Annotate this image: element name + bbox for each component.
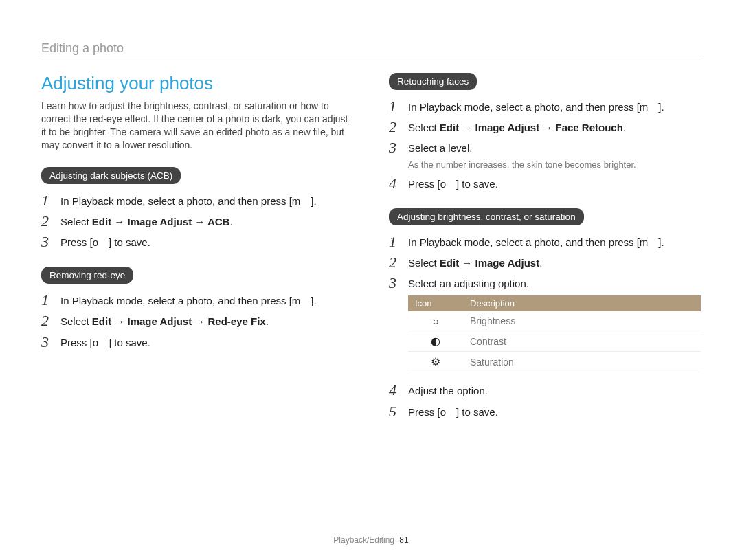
redeye-steps: 1 In Playback mode, select a photo, and … xyxy=(41,292,353,350)
page-number: 81 xyxy=(399,535,408,545)
section-header: Editing a photo xyxy=(41,41,701,60)
step: 5 Press [o ] to save. xyxy=(389,403,701,420)
step-text-part: Select xyxy=(408,122,440,133)
table-row: ☼ Brightness xyxy=(408,311,701,331)
step-text-bold: Edit → Image Adjust → Red-eye Fix xyxy=(92,315,266,327)
step-text: In Playback mode, select a photo, and th… xyxy=(408,98,664,115)
step-number: 4 xyxy=(389,175,401,192)
step: 2 Select Edit → Image Adjust. xyxy=(389,254,701,271)
step-text: Press [o ] to save. xyxy=(60,334,150,350)
content-columns: Adjusting your photos Learn how to adjus… xyxy=(41,73,701,436)
step-number: 2 xyxy=(41,313,54,329)
table-header-row: Icon Description xyxy=(408,295,701,311)
icon-description: Brightness xyxy=(463,311,701,331)
step-text: Select a level. xyxy=(408,139,472,156)
redeye-heading: Removing red-eye xyxy=(41,267,133,284)
table-header: Description xyxy=(463,295,701,311)
saturation-icon: ⚙ xyxy=(408,352,463,372)
step: 3 Select an adjusting option. xyxy=(389,275,701,291)
step-number: 3 xyxy=(41,234,54,250)
step-number: 4 xyxy=(389,382,401,399)
step-text-part: . xyxy=(623,122,626,133)
acb-heading: Adjusting dark subjects (ACB) xyxy=(41,167,181,184)
step-text: Select Edit → Image Adjust. xyxy=(408,254,542,271)
footer-label: Playback/Editing xyxy=(333,535,394,545)
icon-table: Icon Description ☼ Brightness ◐ Contrast… xyxy=(408,295,701,372)
step-number: 3 xyxy=(389,275,401,291)
step-text: In Playback mode, select a photo, and th… xyxy=(60,192,317,209)
step: 2 Select Edit → Image Adjust → Red-eye F… xyxy=(41,313,353,329)
step-number: 1 xyxy=(41,292,54,309)
step-text: Select Edit → Image Adjust → Red-eye Fix… xyxy=(60,313,269,329)
step-number: 2 xyxy=(389,119,401,135)
page-footer: Playback/Editing 81 xyxy=(0,535,742,545)
step: 3 Press [o ] to save. xyxy=(41,334,353,350)
step-text: In Playback mode, select a photo, and th… xyxy=(408,234,664,250)
icon-description: Contrast xyxy=(463,331,701,352)
step-text-bold: Edit → Image Adjust xyxy=(440,257,539,269)
retouch-note: As the number increases, the skin tone b… xyxy=(408,159,701,170)
step-number: 1 xyxy=(389,234,401,250)
step-number: 3 xyxy=(389,139,401,156)
icon-description: Saturation xyxy=(463,352,701,372)
step-number: 3 xyxy=(41,334,54,350)
step-number: 2 xyxy=(41,213,54,229)
step-text-part: Select xyxy=(60,216,92,227)
acb-steps: 1 In Playback mode, select a photo, and … xyxy=(41,192,353,251)
step-text: Press [o ] to save. xyxy=(60,234,150,250)
step: 4 Press [o ] to save. xyxy=(389,175,701,192)
step-text-part: Select xyxy=(408,257,440,269)
retouch-heading: Retouching faces xyxy=(389,73,477,90)
step: 2 Select Edit → Image Adjust → Face Reto… xyxy=(389,119,701,135)
step-text-part: . xyxy=(539,257,542,269)
step: 1 In Playback mode, select a photo, and … xyxy=(389,234,701,250)
step: 3 Select a level. xyxy=(389,139,701,156)
step-text: Select Edit → Image Adjust → Face Retouc… xyxy=(408,119,626,135)
right-column: Retouching faces 1 In Playback mode, sel… xyxy=(389,73,701,436)
step-text: Press [o ] to save. xyxy=(408,175,498,192)
step: 2 Select Edit → Image Adjust → ACB. xyxy=(41,213,353,229)
step-text-bold: Edit → Image Adjust → ACB xyxy=(92,216,230,227)
page-title: Adjusting your photos xyxy=(41,73,353,94)
step-text-part: . xyxy=(266,315,269,327)
step: 3 Press [o ] to save. xyxy=(41,234,353,250)
step-text: Adjust the option. xyxy=(408,382,488,399)
step-text-bold: Edit → Image Adjust → Face Retouch xyxy=(440,122,623,133)
step-number: 1 xyxy=(41,192,54,209)
step-number: 2 xyxy=(389,254,401,271)
step: 1 In Playback mode, select a photo, and … xyxy=(389,98,701,115)
step-text: Press [o ] to save. xyxy=(408,403,498,420)
retouch-steps: 1 In Playback mode, select a photo, and … xyxy=(389,98,701,192)
brightness-icon: ☼ xyxy=(408,311,463,331)
step-text: Select Edit → Image Adjust → ACB. xyxy=(60,213,233,229)
contrast-icon: ◐ xyxy=(408,331,463,352)
step-text: In Playback mode, select a photo, and th… xyxy=(60,292,317,309)
bcs-heading: Adjusting brightness, contrast, or satur… xyxy=(389,208,584,225)
step: 1 In Playback mode, select a photo, and … xyxy=(41,192,353,209)
table-header: Icon xyxy=(408,295,463,311)
step-number: 1 xyxy=(389,98,401,115)
step-number: 5 xyxy=(389,403,401,420)
step-text-part: Select xyxy=(60,315,92,327)
step: 1 In Playback mode, select a photo, and … xyxy=(41,292,353,309)
left-column: Adjusting your photos Learn how to adjus… xyxy=(41,73,353,436)
table-row: ⚙ Saturation xyxy=(408,352,701,372)
step-text: Select an adjusting option. xyxy=(408,275,529,291)
step-text-part: . xyxy=(229,216,232,227)
intro-text: Learn how to adjust the brightness, cont… xyxy=(41,100,353,152)
bcs-steps: 1 In Playback mode, select a photo, and … xyxy=(389,234,701,420)
step: 4 Adjust the option. xyxy=(389,382,701,399)
table-row: ◐ Contrast xyxy=(408,331,701,352)
